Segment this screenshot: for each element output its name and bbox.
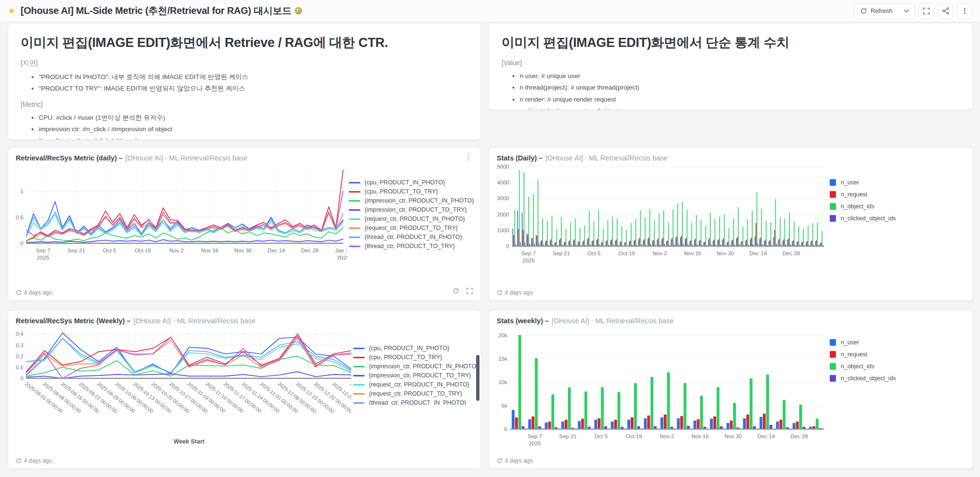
legend-item[interactable]: {impression_ctr, PRODUCT_TO_TRY} [353,372,477,379]
legend-item[interactable]: {impression_ctr, PRODUCT_IN_PHOTO} [353,363,477,370]
legend-swatch-icon [830,215,836,222]
bullet-item: "PRODUCT IN PHOTO": 내부 로직에 의해 IMAGE EDIT… [39,71,468,83]
svg-text:Oct 5: Oct 5 [588,250,601,256]
legend-item[interactable]: n_request [830,191,896,198]
refresh-button[interactable]: Refresh [855,4,898,18]
legend-item[interactable]: {impression_ctr, PRODUCT_IN_PHOTO} [349,197,474,204]
svg-text:0.1: 0.1 [16,364,23,370]
legend-item[interactable]: {thread_ctr, PRODUCT_TO_TRY} [349,243,474,250]
card-kebab-menu-icon[interactable]: ⋮ [462,152,475,162]
legend-item[interactable]: n_clicked_object_ids [830,375,896,382]
legend-label: {cpu, PRODUCT_IN_PHOTO} [365,179,445,186]
legend-item[interactable]: n_clicked_object_ids [830,215,896,222]
refresh-clock-icon [16,290,22,295]
card-scrollbar[interactable] [476,355,479,401]
legend-swatch-icon [830,375,836,382]
bullet-list: n user: # unique usern thread(project): … [501,70,960,110]
chart-title[interactable]: Retrieval/RecSys Metric (Weekly) – [OHou… [8,311,480,325]
svg-text:Nov 2: Nov 2 [653,250,667,256]
legend-item[interactable]: {request_ctr, PRODUCT_TO_TRY} [353,390,477,397]
legend-item[interactable]: {cpu, PRODUCT_IN_PHOTO} [349,179,474,186]
refresh-clock-icon [16,458,22,464]
svg-text:0.3: 0.3 [16,342,23,348]
dashboard-menu-button[interactable]: ⋮ [957,3,972,19]
svg-text:2026: 2026 [337,255,347,261]
share-button[interactable] [938,3,953,19]
legend-item[interactable]: {request_ctr, PRODUCT_IN_PHOTO} [353,381,477,388]
svg-text:Sep 21: Sep 21 [553,250,570,256]
svg-text:Sep 21: Sep 21 [559,433,577,439]
legend-label: n_clicked_object_ids [841,215,896,222]
chart-title[interactable]: Retrieval/RecSys Metric (daily) – [OHous… [8,148,480,162]
legend-label: {request_ctr, PRODUCT_IN_PHOTO} [365,216,465,222]
legend-swatch-icon [353,348,365,349]
title-emoji-icon [295,7,302,14]
svg-text:Dec 14: Dec 14 [757,433,775,439]
last-refresh-text: 4 days ago [505,457,533,464]
last-refresh-text: 4 days ago [24,289,52,296]
legend-item[interactable]: {request_ctr, PRODUCT_IN_PHOTO} [349,216,474,222]
legend-item[interactable]: {request_ctr, PRODUCT_TO_TRY} [349,225,474,231]
bullet-item: thread(project) ctr: #click / #thread [39,135,468,140]
fullscreen-button[interactable] [919,3,934,19]
legend-item[interactable]: {cpu, PRODUCT_TO_TRY} [353,354,477,361]
svg-text:20k: 20k [498,332,507,338]
refresh-interval-dropdown[interactable] [898,4,914,18]
text-card-stats: 이미지 편집(IMAGE EDIT)화면에서 단순 통계 수치 [Value] … [489,23,973,110]
card-last-refresh: 4 days ago [497,289,533,296]
section-label: [Metric] [21,101,468,108]
chart-title-sub: [OHouse AI] - ML Retrieval/Recsis base [546,154,668,162]
svg-text:0: 0 [504,426,507,432]
weekly-metric-line-chart[interactable]: 00.10.20.30.42025-09-01 00:00:002025-09-… [12,326,351,446]
chart-legend: n_usern_requestn_object_idsn_clicked_obj… [830,339,896,387]
card-last-refresh: 4 days ago [16,289,52,296]
chevron-down-icon [904,9,909,13]
legend-label: {impression_ctr, PRODUCT_TO_TRY} [369,372,471,379]
legend-label: {cpu, PRODUCT_IN_PHOTO} [369,345,449,352]
favorite-star-icon[interactable]: ★ [8,5,16,16]
legend-label: {request_ctr, PRODUCT_IN_PHOTO} [369,381,469,388]
svg-text:Nov 30: Nov 30 [717,250,734,256]
legend-item[interactable]: {cpu, PRODUCT_IN_PHOTO} [353,345,477,352]
legend-label: {thread_ctr, PRODUCT_IN_PHOTO} [369,399,466,405]
legend-item[interactable]: {cpu, PRODUCT_TO_TRY} [349,188,474,195]
legend-label: {request_ctr, PRODUCT_TO_TRY} [365,225,458,231]
share-icon [942,7,949,14]
legend-swatch-icon [349,191,360,193]
legend-item[interactable]: n_object_ids [830,203,896,210]
daily-metric-line-chart[interactable]: 00.51Sep 72025Sep 21Oct 5Oct 19Nov 2Nov … [12,163,347,265]
card-refresh-icon[interactable] [453,287,459,296]
legend-item[interactable]: n_user [830,179,896,186]
legend-label: {thread_ctr, PRODUCT_TO_TRY} [365,243,455,250]
svg-text:Dec 28: Dec 28 [782,250,800,256]
legend-item[interactable]: {thread_ctr, PRODUCT_IN_PHOTO} [349,234,474,240]
chart-title[interactable]: Stats (weekly) – [OHouse AI] - ML Retrie… [489,311,972,325]
svg-text:Nov 16: Nov 16 [684,250,701,256]
legend-swatch-icon [353,366,365,367]
kebab-menu-icon: ⋮ [961,7,969,15]
bullet-item: n render: # unique render request [520,94,960,105]
legend-label: n_clicked_object_ids [841,375,896,382]
chart-title-sub: [OHouse AI] - ML Retrieval/Recsis base [125,154,247,162]
legend-item[interactable]: {impression_ctr, PRODUCT_TO_TRY} [349,206,474,213]
card-expand-icon[interactable] [467,287,473,296]
legend-swatch-icon [830,339,836,346]
legend-item[interactable]: {thread_ctr, PRODUCT_IN_PHOTO} [353,399,477,405]
svg-text:3000: 3000 [497,195,509,201]
daily-stats-bar-chart[interactable]: 010002000300040005000Sep 72025Sep 21Oct … [493,163,828,267]
dashboard-title: [Ohouse AI] ML-Side Metric (추천/Retrieval… [21,4,291,17]
legend-swatch-icon [353,393,365,395]
legend-item[interactable]: n_object_ids [830,363,896,370]
svg-text:Oct 5: Oct 5 [103,248,116,253]
svg-text:2025: 2025 [523,258,535,263]
legend-label: n_object_ids [841,363,874,370]
svg-text:Sep 7: Sep 7 [522,250,536,256]
legend-item[interactable]: n_request [830,351,896,358]
chart-title[interactable]: Stats (Daily) – [OHouse AI] - ML Retriev… [489,148,972,162]
legend-swatch-icon [353,384,365,386]
bullet-item: n user: # unique user [520,70,960,82]
weekly-stats-bar-chart[interactable]: 05k10k15k20kSep 72025Sep 21Oct 5Oct 19No… [493,326,828,452]
svg-text:Week Start: Week Start [174,438,205,445]
svg-text:1000: 1000 [497,227,509,233]
legend-item[interactable]: n_user [830,339,896,346]
